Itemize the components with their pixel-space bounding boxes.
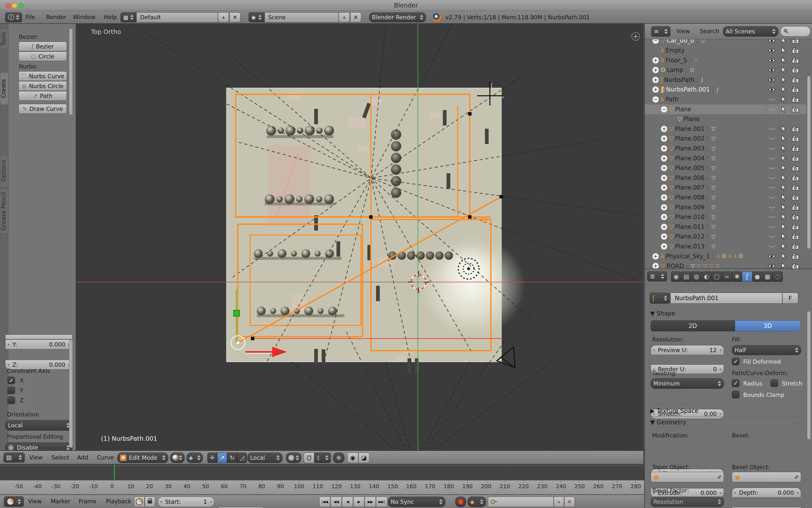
expand-icon[interactable]: + (652, 67, 659, 74)
scene-name-field[interactable]: Scene (264, 12, 339, 22)
outliner-row-plane.010[interactable]: +▽Plane.010|▽ (645, 212, 806, 222)
editor-type-selector-info[interactable]: ⓘ (5, 12, 22, 22)
outliner-scrollbar[interactable] (807, 76, 811, 249)
visibility-eye-off-icon[interactable] (767, 136, 776, 141)
fake-user-button[interactable]: F (782, 293, 798, 304)
renderability-camera-icon[interactable] (792, 145, 800, 152)
renderability-camera-icon[interactable] (792, 67, 800, 73)
editor-type-selector-properties[interactable]: ≣ (647, 271, 667, 281)
pivot-point-dropdown[interactable]: ◈ (186, 453, 203, 463)
renderability-camera-icon[interactable] (792, 135, 800, 142)
properties-tab-object[interactable]: ▢ (712, 271, 722, 282)
menu-render[interactable]: Render (46, 14, 66, 20)
outliner-row-path[interactable]: −λPath (645, 94, 806, 104)
outliner-row-plane.001[interactable]: +▽Plane.001|▽ (645, 124, 806, 134)
visibility-eye-off-icon[interactable] (767, 205, 776, 210)
visibility-eye-off-icon[interactable] (767, 214, 776, 220)
manipulator-axes-button[interactable]: ✛ (207, 453, 217, 463)
properties-tab-texture[interactable]: ▦ (762, 271, 773, 282)
expand-icon[interactable]: + (660, 243, 668, 250)
end-frame-field[interactable]: End:250 (215, 507, 266, 508)
renderability-camera-icon[interactable] (792, 234, 800, 240)
timeline-ruler[interactable]: -50-40-30-20-100102030405060708090100110… (0, 480, 644, 494)
visibility-eye-icon[interactable] (767, 77, 776, 83)
outliner-row-plane.013[interactable]: +▽Plane.013|▽ (645, 242, 806, 251)
properties-tab-render-layers[interactable]: ▤ (681, 271, 691, 282)
vp-menu-select[interactable]: Select (51, 454, 69, 461)
tool-shelf-scrollbar[interactable] (69, 28, 73, 115)
expand-icon[interactable]: + (660, 204, 668, 211)
renderability-camera-icon[interactable] (792, 263, 800, 268)
stretch-checkbox[interactable] (770, 379, 778, 387)
eyedropper-icon[interactable]: ✎ (716, 475, 722, 479)
manipulator-translate-button[interactable]: ↗ (217, 453, 227, 463)
selectability-cursor-icon[interactable] (780, 57, 787, 64)
add-path-button[interactable]: ↗Path (18, 91, 67, 101)
bounds-clamp-checkbox[interactable] (732, 391, 739, 398)
expand-icon[interactable]: + (660, 194, 668, 201)
visibility-eye-off-icon[interactable] (767, 146, 776, 151)
insert-keyframe-button[interactable]: ＋ (554, 497, 564, 507)
shape-panel-header[interactable]: ▼ Shape (650, 310, 675, 317)
geometry-panel-header[interactable]: ▼ Geometry (650, 419, 686, 426)
renderability-camera-icon[interactable] (792, 184, 800, 191)
renderability-camera-icon[interactable] (792, 57, 800, 64)
visibility-eye-icon[interactable] (767, 48, 776, 53)
renderability-camera-icon[interactable] (792, 77, 800, 83)
add-scene-button[interactable]: ＋ (339, 12, 350, 22)
panel-drag-dots[interactable]: ∷ (798, 310, 802, 317)
outliner-row-road[interactable]: +▽ROAD|▽▽▽▽▽ (645, 261, 806, 268)
outliner-row-floor_5[interactable]: +λFloor_5|▽ (645, 55, 806, 65)
properties-tab-scene[interactable]: ◍ (691, 271, 702, 282)
expand-icon[interactable]: + (660, 165, 668, 171)
collapse-icon[interactable]: − (660, 106, 668, 113)
render-engine-dropdown[interactable]: Blender Render (369, 12, 426, 22)
manipulator-rotate-button[interactable]: ↻ (227, 453, 237, 463)
visibility-eye-off-icon[interactable] (767, 175, 776, 181)
renderability-camera-icon[interactable] (792, 204, 800, 211)
add-bezier-circle-button[interactable]: ○Circle (18, 51, 67, 61)
renderability-camera-icon[interactable] (792, 194, 800, 201)
selectability-cursor-icon[interactable] (780, 135, 787, 142)
outliner-row-plane.006[interactable]: +▽Plane.006|▽ (645, 173, 806, 183)
outliner-row-plane[interactable]: ▽Plane (645, 114, 806, 124)
outliner-row-plane.005[interactable]: +▽Plane.005|▽ (645, 163, 806, 173)
properties-tab-constraints[interactable]: ∞ (722, 271, 732, 282)
manipulator-scale-button[interactable]: ◿ (237, 453, 247, 463)
outliner-row-empty[interactable]: λEmpty (645, 46, 806, 55)
menu-help[interactable]: Help (104, 14, 117, 20)
expand-icon[interactable]: + (660, 174, 668, 181)
selectability-cursor-icon[interactable] (780, 164, 787, 172)
constraint-axis-checkbox-z[interactable] (7, 396, 15, 404)
constraint-axis-checkbox-y[interactable] (7, 386, 15, 394)
constraint-axis-checkbox-x[interactable]: ✓ (7, 377, 15, 384)
bevel-object-field[interactable]: ▣ ✎ (732, 472, 801, 482)
selectability-cursor-icon[interactable] (780, 47, 787, 54)
expand-icon[interactable]: + (660, 125, 668, 132)
add-nurbs-curve-button[interactable]: ⌒Nurbs Curve (18, 71, 67, 81)
mode-dropdown[interactable]: Edit Mode (117, 453, 168, 463)
add-screen-layout-button[interactable]: ＋ (218, 12, 229, 22)
close-window-button[interactable] (6, 3, 11, 8)
properties-tab-object-data[interactable]: ʃ (742, 271, 753, 282)
bevel-factor-mode-dropdown[interactable]: Resolution (651, 497, 724, 507)
outliner-row-plane.009[interactable]: +▽Plane.009|▽ (645, 202, 806, 212)
selectability-cursor-icon[interactable] (780, 253, 787, 260)
renderability-camera-icon[interactable] (792, 155, 800, 162)
minimize-window-button[interactable] (12, 3, 17, 8)
renderability-camera-icon[interactable] (792, 47, 800, 54)
outliner-row-plane.002[interactable]: +▽Plane.002|▽ (645, 134, 806, 143)
visibility-eye-off-icon[interactable] (767, 156, 776, 161)
vp-menu-add[interactable]: Add (77, 454, 88, 461)
renderability-camera-icon[interactable] (792, 86, 800, 93)
vp-menu-view[interactable]: View (29, 454, 43, 461)
renderability-camera-icon[interactable] (792, 175, 800, 181)
selectability-cursor-icon[interactable] (780, 213, 787, 221)
outliner-row-nurbspath.001[interactable]: +ʃNurbsPath.001|ʃ (645, 85, 806, 94)
visibility-eye-off-icon[interactable] (767, 234, 776, 239)
proportional-editing-dropdown[interactable]: Disable (5, 442, 73, 450)
delete-screen-layout-button[interactable]: ✕ (229, 12, 241, 22)
outliner-row-plane.004[interactable]: +▽Plane.004|▽ (645, 154, 806, 163)
selectability-cursor-icon[interactable] (780, 262, 787, 268)
viewport-3d[interactable]: Top Ortho (1) NurbsPath.001 + (76, 24, 643, 450)
